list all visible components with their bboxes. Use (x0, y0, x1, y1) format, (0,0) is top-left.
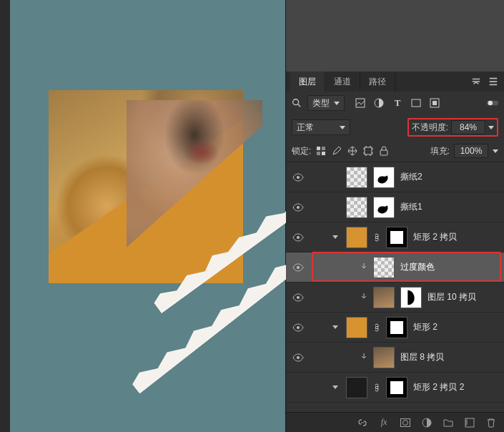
svg-point-20 (297, 326, 300, 329)
opacity-highlight: 不透明度: 84% (407, 118, 498, 137)
layer-mask-thumb[interactable] (386, 317, 407, 338)
layer-name[interactable]: 矩形 2 (413, 321, 438, 333)
fill-input[interactable]: 100% (454, 144, 488, 158)
layers-list[interactable]: 撕纸2撕纸1矩形 2 拷贝过度颜色图层 10 拷贝矩形 2图层 8 拷贝矩形 2… (286, 162, 504, 412)
chevron-down-icon[interactable] (493, 149, 498, 153)
delete-layer-icon[interactable] (485, 417, 497, 428)
layer-name[interactable]: 图层 10 拷贝 (428, 291, 476, 303)
expand-toggle[interactable] (332, 384, 340, 391)
link-layers-icon[interactable] (357, 417, 368, 428)
clipping-indicator-icon (360, 353, 367, 362)
visibility-toggle[interactable] (290, 262, 306, 273)
layer-mask-thumb[interactable] (400, 287, 422, 308)
layer-row[interactable]: 矩形 2 拷贝 (286, 222, 504, 252)
expand-toggle[interactable] (332, 234, 340, 241)
chevron-down-icon (334, 102, 340, 105)
lock-brush-icon[interactable] (331, 145, 342, 157)
link-mask-icon[interactable] (373, 232, 380, 242)
layer-row[interactable]: 矩形 2 拷贝 2 (286, 373, 504, 403)
new-group-icon[interactable] (443, 417, 454, 428)
filter-toggle-switch[interactable] (487, 97, 498, 109)
layers-footer: fx (286, 412, 504, 432)
visibility-toggle[interactable] (290, 352, 306, 363)
new-adjustment-icon[interactable] (421, 417, 433, 428)
layer-fx-icon[interactable]: fx (378, 417, 390, 428)
filter-adjust-icon[interactable] (373, 97, 385, 109)
chevron-down-icon[interactable] (488, 126, 494, 129)
filter-pixel-icon[interactable] (355, 97, 366, 109)
lock-transparent-icon[interactable] (315, 145, 327, 157)
search-icon (292, 98, 302, 108)
layers-panel: 图层 通道 路径 类型 T (285, 0, 504, 432)
layer-thumb[interactable] (373, 347, 395, 368)
visibility-toggle[interactable] (290, 292, 306, 303)
blend-mode-select[interactable]: 正常 (292, 119, 350, 135)
svg-rect-12 (365, 147, 372, 154)
expand-toggle[interactable] (332, 324, 340, 331)
filter-type-select[interactable]: 类型 (307, 95, 345, 111)
layer-thumb[interactable] (346, 227, 367, 248)
svg-point-22 (297, 356, 300, 359)
lock-row: 锁定: 填充: 100% (286, 140, 504, 162)
layer-row[interactable]: 图层 10 拷贝 (286, 283, 504, 313)
layer-thumb[interactable] (346, 167, 367, 188)
svg-rect-23 (376, 386, 378, 388)
svg-rect-13 (380, 150, 387, 155)
new-layer-icon[interactable] (464, 417, 475, 428)
layer-name[interactable]: 矩形 2 拷贝 (413, 231, 457, 243)
layer-mask-thumb[interactable] (373, 167, 395, 188)
layer-mask-thumb[interactable] (373, 197, 395, 218)
svg-point-19 (297, 296, 300, 299)
filter-shape-icon[interactable] (410, 97, 422, 109)
svg-point-14 (297, 176, 300, 179)
lock-all-icon[interactable] (378, 145, 390, 157)
svg-point-16 (297, 236, 300, 239)
layer-row[interactable]: 过度颜色 (286, 252, 504, 283)
visibility-toggle[interactable] (290, 322, 306, 333)
layer-name[interactable]: 撕纸1 (400, 201, 423, 213)
filter-type-label: 类型 (312, 97, 330, 109)
filter-smart-icon[interactable] (429, 97, 440, 109)
panel-collapse-icon[interactable] (471, 77, 481, 87)
layer-mask-thumb[interactable] (386, 377, 407, 398)
layer-filter-row: 类型 T (286, 92, 504, 114)
svg-rect-9 (322, 147, 325, 150)
layer-thumb[interactable] (373, 287, 395, 308)
panel-menu-icon[interactable] (488, 77, 498, 87)
canvas[interactable] (0, 0, 285, 432)
clipping-indicator-icon (360, 293, 367, 302)
add-mask-icon[interactable] (400, 417, 411, 428)
link-mask-icon[interactable] (373, 383, 380, 393)
layer-mask-thumb[interactable] (386, 227, 407, 248)
opacity-input[interactable]: 84% (451, 120, 485, 134)
layer-thumb[interactable] (346, 377, 367, 398)
tab-layers[interactable]: 图层 (290, 72, 325, 92)
layer-name[interactable]: 过度颜色 (400, 261, 435, 273)
blend-row: 正常 不透明度: 84% (286, 114, 504, 140)
svg-rect-11 (322, 152, 325, 155)
vertical-ruler (0, 0, 10, 432)
filter-type-t-icon[interactable]: T (392, 97, 403, 109)
layer-name[interactable]: 矩形 2 拷贝 2 (413, 381, 464, 393)
layer-thumb[interactable] (346, 197, 367, 218)
layer-row[interactable]: 撕纸1 (286, 192, 504, 222)
layer-row[interactable]: 矩形 2 (286, 313, 504, 343)
svg-point-0 (293, 99, 299, 105)
tab-paths[interactable]: 路径 (360, 72, 395, 92)
layer-row[interactable]: 图层 8 拷贝 (286, 343, 504, 373)
layer-thumb[interactable] (346, 317, 367, 338)
lock-position-icon[interactable] (347, 145, 358, 157)
layer-name[interactable]: 撕纸2 (400, 171, 423, 183)
layer-row[interactable]: 撕纸2 (286, 162, 504, 192)
svg-point-18 (297, 266, 300, 269)
fill-label: 填充: (430, 145, 450, 157)
visibility-toggle[interactable] (290, 172, 306, 183)
link-mask-icon[interactable] (373, 323, 380, 333)
svg-point-7 (488, 101, 493, 105)
visibility-toggle[interactable] (290, 232, 306, 243)
layer-name[interactable]: 图层 8 拷贝 (400, 351, 444, 363)
layer-thumb[interactable] (373, 257, 395, 278)
visibility-toggle[interactable] (290, 202, 306, 213)
tab-channels[interactable]: 通道 (325, 72, 360, 92)
lock-artboard-icon[interactable] (362, 145, 374, 157)
